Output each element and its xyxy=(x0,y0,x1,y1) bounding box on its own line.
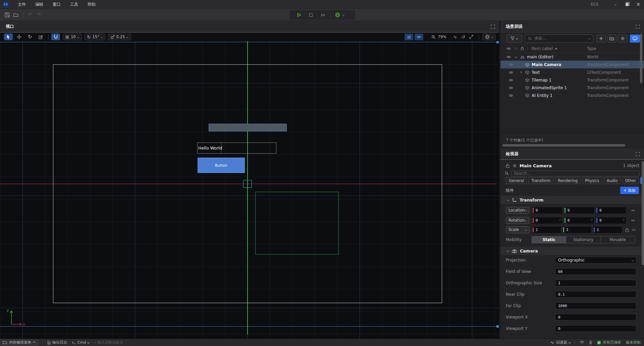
scene-canvas[interactable]: Hello World Button y x xyxy=(0,41,499,339)
expander-open-icon[interactable] xyxy=(515,56,517,58)
content-drawer-button[interactable]: 内容侧滑菜单 xyxy=(0,339,38,346)
console-command-input[interactable]: 输入控制台命令 xyxy=(94,340,123,345)
far-clip-input[interactable]: 1000 xyxy=(555,302,636,309)
panel-view-toggle-button[interactable] xyxy=(630,35,640,43)
undo-button[interactable]: ↶ xyxy=(26,11,35,19)
network-status-button[interactable] xyxy=(580,341,584,344)
hierarchy-horizontal-scrollbar[interactable] xyxy=(502,144,643,147)
cmd-dropdown[interactable]: Cmd xyxy=(72,340,89,345)
rotate-tool-button[interactable]: ↻ xyxy=(25,34,34,40)
expander-closed-icon[interactable] xyxy=(520,71,522,73)
viewport-expand-button[interactable] xyxy=(491,24,495,29)
rotation-y-field[interactable]: 0° xyxy=(564,217,594,224)
move-tool-button[interactable] xyxy=(15,34,23,40)
link-axes-icon[interactable]: ↔ xyxy=(631,208,635,213)
tab-audio[interactable]: Audio xyxy=(604,177,621,184)
tab-rendering[interactable]: Rendering xyxy=(555,177,581,184)
viewport-x-input[interactable]: 0 xyxy=(555,314,636,321)
near-clip-input[interactable]: 0.1 xyxy=(555,291,636,298)
open-button[interactable] xyxy=(11,11,20,19)
visibility-options-button[interactable] xyxy=(415,34,423,40)
stats-button[interactable] xyxy=(451,35,459,39)
camera-section-header[interactable]: Camera xyxy=(500,247,644,255)
tree-row-main-camera[interactable]: Main Camera TransformComponent xyxy=(500,61,644,68)
favorite-column-icon[interactable]: ☆ xyxy=(514,46,518,51)
location-y-field[interactable]: 0 xyxy=(564,207,594,214)
orthographic-size-input[interactable]: 1 xyxy=(555,280,636,286)
visibility-eye-icon[interactable] xyxy=(506,55,511,59)
maximize-button[interactable] xyxy=(621,0,633,9)
visibility-eye-icon[interactable] xyxy=(509,78,513,82)
selection-handle[interactable] xyxy=(496,325,499,328)
tree-row-ai-entity[interactable]: AI Entity 1 TransformComponent xyxy=(500,92,644,99)
audio-input-button[interactable] xyxy=(589,340,592,345)
new-folder-button[interactable] xyxy=(607,35,616,43)
scrollbar-thumb[interactable] xyxy=(502,144,625,147)
object-settings-gear-icon[interactable] xyxy=(513,164,517,168)
transform-section-header[interactable]: Transform xyxy=(500,196,644,204)
rotation-x-field[interactable]: 0° xyxy=(532,217,562,224)
scale-y-field[interactable]: 1 xyxy=(562,226,592,233)
add-component-button[interactable]: + 添加 xyxy=(620,187,639,194)
fit-view-button[interactable] xyxy=(467,35,475,39)
rollback-dropdown[interactable]: 回退器 xyxy=(550,340,571,345)
hierarchy-expand-button[interactable] xyxy=(636,24,640,29)
link-axes-icon[interactable]: ↔ xyxy=(631,218,635,223)
output-log-button[interactable]: 输出日志 xyxy=(47,340,67,345)
rotation-snap-dropdown[interactable]: ↻ 15° xyxy=(85,34,105,40)
visibility-eye-icon[interactable] xyxy=(509,94,513,97)
minimize-button[interactable]: – xyxy=(610,0,621,9)
lock-column-icon[interactable] xyxy=(521,47,524,50)
app-logo[interactable]: ES xyxy=(3,1,9,7)
field-of-view-input[interactable]: 60 xyxy=(555,268,636,275)
step-button[interactable] xyxy=(317,10,329,20)
tree-row-animatedsprite[interactable]: AnimatedSprite 1 TransformComponent xyxy=(500,84,644,92)
entity-bounds-rect[interactable] xyxy=(255,192,339,254)
inspector-search-input[interactable]: Search... xyxy=(511,171,639,176)
item-label-column[interactable]: Item Label xyxy=(532,46,553,51)
ui-button-element[interactable]: Button xyxy=(198,158,245,173)
grid-visibility-button[interactable]: ⊞ xyxy=(405,34,413,40)
reset-view-button[interactable]: ↺ xyxy=(459,35,467,39)
scale-lock-icon[interactable] xyxy=(625,228,629,232)
scrollbar-thumb[interactable] xyxy=(642,161,644,265)
zoom-indicator[interactable]: 79% xyxy=(431,35,446,39)
version-control-button[interactable]: 版本控制 xyxy=(626,340,641,345)
inspector-expand-button[interactable] xyxy=(636,152,640,156)
tree-row-main[interactable]: main (Editor) World xyxy=(500,53,644,61)
hierarchy-search-input[interactable]: 搜索... xyxy=(525,35,593,43)
rotation-dropdown[interactable]: Rotation xyxy=(506,217,529,224)
scrollbar-thumb[interactable] xyxy=(640,34,642,83)
menu-help[interactable]: 帮助 xyxy=(83,0,100,9)
mobility-static-option[interactable]: Static xyxy=(532,236,566,243)
menu-edit[interactable]: 编辑 xyxy=(31,0,48,9)
redo-button[interactable]: ↷ xyxy=(35,11,43,19)
add-entity-button[interactable]: + xyxy=(596,35,606,43)
mobility-movable-option[interactable]: Movable xyxy=(601,236,635,243)
snap-toggle-button[interactable] xyxy=(51,34,60,40)
type-column[interactable]: Type xyxy=(587,46,596,51)
tree-row-tilemap[interactable]: Tilemap 1 TransformComponent xyxy=(500,76,644,84)
filter-dropdown-button[interactable] xyxy=(506,35,522,43)
play-button[interactable] xyxy=(293,10,305,20)
visibility-eye-icon[interactable] xyxy=(509,71,513,74)
view-mode-dropdown[interactable] xyxy=(482,34,496,40)
ui-panel-element[interactable] xyxy=(209,124,287,131)
select-tool-button[interactable] xyxy=(4,34,13,40)
location-dropdown[interactable]: Location xyxy=(506,207,529,214)
scale-snap-dropdown[interactable]: 0.25 xyxy=(108,34,131,40)
menu-file[interactable]: 文件 xyxy=(13,0,31,9)
scale-dropdown[interactable]: Scale xyxy=(506,226,529,233)
tab-other[interactable]: Other xyxy=(622,177,639,184)
projection-dropdown[interactable]: Orthographic xyxy=(555,257,636,264)
mobility-stationary-option[interactable]: Stationary xyxy=(566,236,600,243)
save-status[interactable]: 所有已保存 xyxy=(597,340,621,345)
hierarchy-vertical-scrollbar[interactable] xyxy=(640,34,642,134)
ui-text-element[interactable]: Hello World xyxy=(197,142,276,154)
inspector-vertical-scrollbar[interactable] xyxy=(642,160,644,339)
scale-x-field[interactable]: 1 xyxy=(532,226,561,233)
visibility-eye-icon[interactable] xyxy=(509,86,513,90)
location-x-field[interactable]: 0 xyxy=(532,207,562,214)
scale-z-field[interactable]: 1 xyxy=(593,226,622,233)
menu-tools[interactable]: 工具 xyxy=(65,0,83,9)
